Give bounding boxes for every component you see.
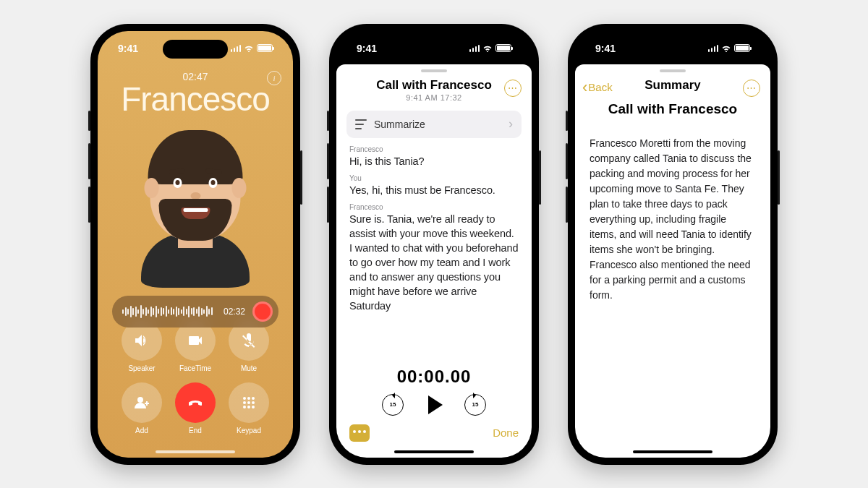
keypad-button[interactable]: Keypad bbox=[222, 382, 276, 435]
wifi-icon bbox=[721, 45, 731, 52]
volume-down-button bbox=[327, 187, 329, 223]
transcript-body[interactable]: Francesco Hi, is this Tania? You Yes, hi… bbox=[336, 142, 532, 367]
signal-icon bbox=[231, 45, 242, 52]
volume-up-button bbox=[566, 143, 568, 179]
playback-time: 00:00.00 bbox=[336, 367, 532, 387]
svg-point-6 bbox=[252, 401, 255, 404]
skip-forward-button[interactable]: 15 bbox=[464, 394, 486, 416]
transcript-entry: Francesco Hi, is this Tania? bbox=[349, 145, 519, 168]
signal-icon bbox=[469, 45, 480, 52]
volume-up-button bbox=[327, 143, 329, 179]
sheet-grabber[interactable] bbox=[421, 69, 447, 72]
dynamic-island bbox=[163, 40, 228, 59]
chevron-left-icon: ‹ bbox=[582, 80, 587, 95]
power-button bbox=[778, 150, 780, 205]
wifi-icon bbox=[482, 45, 493, 52]
volume-up-button bbox=[88, 143, 90, 179]
iphone-transcript-screen: 9:41 Call with Francesco 9:41 AM 17:32 ⋯… bbox=[329, 24, 539, 465]
svg-point-7 bbox=[243, 406, 246, 408]
more-icon[interactable]: ⋯ bbox=[743, 80, 760, 97]
summary-heading: Call with Francesco bbox=[575, 101, 770, 117]
add-call-button[interactable]: Add bbox=[115, 382, 169, 435]
svg-point-2 bbox=[247, 397, 250, 400]
back-button[interactable]: ‹ Back bbox=[582, 80, 613, 95]
home-indicator[interactable] bbox=[156, 450, 235, 453]
summarize-icon bbox=[355, 119, 367, 129]
end-call-button[interactable]: End bbox=[169, 382, 222, 435]
transcript-entry: Francesco Sure is. Tania, we're all read… bbox=[349, 203, 519, 313]
transcript-icon[interactable] bbox=[349, 424, 370, 442]
transcript-title: Call with Francesco bbox=[348, 78, 520, 93]
add-person-icon bbox=[133, 394, 150, 411]
battery-icon bbox=[734, 44, 750, 52]
recording-bar[interactable]: 02:32 bbox=[112, 296, 278, 328]
summary-sheet: ‹ Back Summary ⋯ Call with Francesco Fra… bbox=[575, 64, 770, 458]
phone-down-icon bbox=[187, 394, 204, 411]
home-indicator[interactable] bbox=[633, 450, 712, 453]
waveform-icon bbox=[122, 304, 216, 319]
svg-point-0 bbox=[137, 397, 143, 403]
recording-time: 02:32 bbox=[224, 307, 245, 317]
svg-point-1 bbox=[243, 397, 246, 400]
volume-down-button bbox=[88, 187, 90, 223]
audio-player: 00:00.00 15 15 bbox=[336, 367, 532, 420]
summarize-label: Summarize bbox=[374, 119, 425, 130]
transcript-subtitle: 9:41 AM 17:32 bbox=[348, 93, 520, 102]
transcript-entry: You Yes, hi, this must be Francesco. bbox=[349, 174, 519, 197]
play-button[interactable] bbox=[428, 395, 443, 414]
summary-text: Francesco Moretti from the moving compan… bbox=[575, 126, 770, 313]
speaker-button[interactable]: Speaker bbox=[115, 320, 169, 372]
record-button[interactable] bbox=[252, 301, 273, 322]
mute-button[interactable]: Mute bbox=[222, 320, 276, 372]
status-time: 9:41 bbox=[118, 43, 138, 54]
more-icon[interactable]: ⋯ bbox=[504, 80, 522, 97]
side-button bbox=[88, 111, 90, 131]
wifi-icon bbox=[244, 45, 254, 52]
chevron-right-icon: › bbox=[509, 116, 513, 132]
facetime-button[interactable]: FaceTime bbox=[169, 320, 222, 372]
speaker-icon bbox=[133, 332, 150, 349]
video-icon bbox=[187, 332, 204, 349]
svg-point-9 bbox=[252, 406, 255, 408]
battery-icon bbox=[257, 44, 273, 52]
status-time: 9:41 bbox=[357, 43, 377, 54]
iphone-call-screen: 9:41 i 02:47 Francesco bbox=[90, 24, 300, 465]
mute-icon bbox=[240, 332, 258, 349]
summarize-button[interactable]: Summarize › bbox=[346, 111, 522, 138]
sheet-grabber[interactable] bbox=[660, 69, 686, 72]
done-button[interactable]: Done bbox=[493, 427, 519, 439]
battery-icon bbox=[495, 44, 511, 52]
iphone-summary-screen: 9:41 ‹ Back Summary ⋯ Call with bbox=[568, 24, 778, 465]
info-icon[interactable]: i bbox=[267, 71, 281, 85]
transcript-sheet: Call with Francesco 9:41 AM 17:32 ⋯ Summ… bbox=[336, 64, 532, 458]
power-button bbox=[539, 150, 541, 205]
skip-back-button[interactable]: 15 bbox=[382, 394, 404, 416]
power-button bbox=[300, 150, 302, 205]
side-button bbox=[327, 111, 329, 131]
contact-memoji bbox=[123, 129, 268, 288]
signal-icon bbox=[708, 45, 719, 52]
svg-point-4 bbox=[243, 401, 246, 404]
volume-down-button bbox=[566, 187, 568, 223]
caller-name: Francesco bbox=[98, 80, 293, 119]
dynamic-island bbox=[401, 40, 467, 59]
svg-point-3 bbox=[252, 397, 255, 400]
svg-point-5 bbox=[247, 401, 250, 404]
side-button bbox=[566, 111, 568, 131]
home-indicator[interactable] bbox=[394, 450, 474, 453]
dynamic-island bbox=[640, 40, 705, 59]
svg-point-8 bbox=[247, 406, 250, 408]
status-time: 9:41 bbox=[595, 43, 616, 54]
keypad-icon bbox=[240, 394, 258, 411]
